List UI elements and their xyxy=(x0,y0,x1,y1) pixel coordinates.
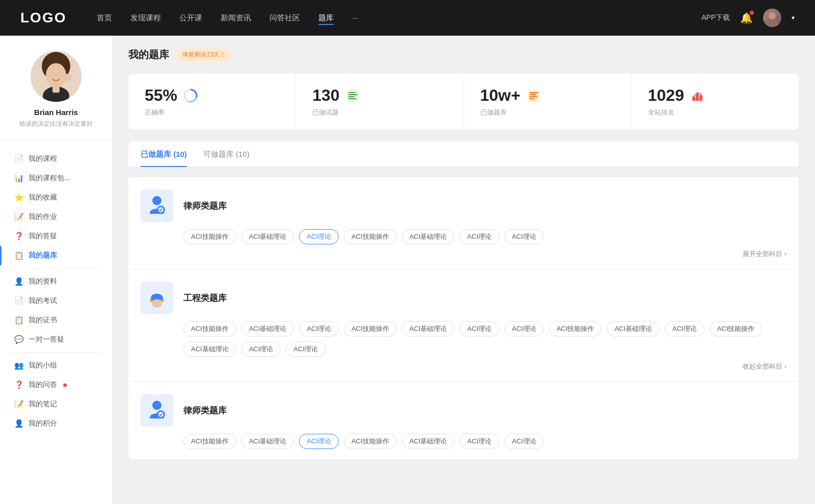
tag[interactable]: ACI理论 xyxy=(459,229,499,244)
sidebar-item-profile[interactable]: 👤 我的资料 xyxy=(0,272,112,291)
sidebar-item-course-package[interactable]: 📊 我的课程包... xyxy=(0,169,112,188)
lawyer-svg-2 xyxy=(146,399,168,422)
stat-ranking: 1029 全站排名 xyxy=(632,74,799,129)
tag[interactable]: ACI技能操作 xyxy=(344,321,397,337)
tag[interactable]: ACI理论 xyxy=(504,434,544,449)
sidebar-item-group[interactable]: 👥 我的小组 xyxy=(0,356,112,375)
tag[interactable]: ACI理论 xyxy=(504,229,544,244)
tag[interactable]: ACI理论 xyxy=(286,342,325,357)
tag[interactable]: ACI技能操作 xyxy=(183,229,236,244)
tag[interactable]: ACI技能操作 xyxy=(183,434,236,449)
stat-banks-label: 已做题库 xyxy=(480,108,615,117)
sidebar-label-one-on-one: 一对一答疑 xyxy=(29,335,64,344)
bank-lawyer-title-1: 律师类题库 xyxy=(183,200,227,212)
sidebar-item-exam[interactable]: 📄 我的考试 xyxy=(0,291,112,311)
stat-accuracy: 55% 正确率 xyxy=(128,74,296,129)
sidebar-item-certificate[interactable]: 📋 我的证书 xyxy=(0,311,112,330)
main-content: 我的题库 体验剩余23天！ 55% 正确率 xyxy=(112,36,815,504)
one-on-one-icon: 💬 xyxy=(14,335,23,344)
course-package-icon: 📊 xyxy=(14,174,23,183)
tag[interactable]: ACI技能操作 xyxy=(710,321,763,337)
svg-rect-6 xyxy=(52,86,60,93)
profile-avatar xyxy=(31,51,82,102)
sidebar-item-my-qa[interactable]: ❓ 我的问答 xyxy=(0,375,112,395)
nav-home[interactable]: 首页 xyxy=(97,11,112,25)
sidebar-item-questions[interactable]: ❓ 我的答疑 xyxy=(0,227,112,246)
sidebar-label-my-qa: 我的问答 xyxy=(29,380,57,389)
tag[interactable]: ACI技能操作 xyxy=(183,321,236,337)
tag[interactable]: ACI基础理论 xyxy=(241,321,294,337)
nav-discover[interactable]: 发现课程 xyxy=(130,11,161,25)
sidebar-profile: Brian Harris 错误的决定比没有决定要好 xyxy=(0,51,112,141)
bank-engineer-toggle[interactable]: 收起全部科目 › xyxy=(141,357,786,371)
tag[interactable]: ACI理论 xyxy=(665,321,704,337)
app-download-button[interactable]: APP下载 xyxy=(701,13,730,22)
nav-qa[interactable]: 问答社区 xyxy=(269,11,300,25)
sidebar-label-profile: 我的资料 xyxy=(29,277,57,286)
sidebar-item-favorites[interactable]: ⭐ 我的收藏 xyxy=(0,188,112,207)
sidebar-item-bank[interactable]: 📋 我的题库 xyxy=(0,246,112,265)
avatar-image xyxy=(763,9,781,27)
sidebar-label-certificate: 我的证书 xyxy=(29,316,57,325)
homework-icon: 📝 xyxy=(14,212,23,221)
notification-bell[interactable]: 🔔 xyxy=(740,12,753,24)
svg-point-27 xyxy=(152,196,161,205)
tag[interactable]: ACI基础理论 xyxy=(607,321,660,337)
svg-point-4 xyxy=(46,63,66,88)
points-icon: 👤 xyxy=(14,419,23,428)
nav-more[interactable]: ··· xyxy=(352,11,359,25)
bank-section: 已做题库 (10) 可做题库 (10) xyxy=(128,142,799,459)
tabs-row: 已做题库 (10) 可做题库 (10) xyxy=(128,142,799,167)
tag[interactable]: ACI理论 xyxy=(504,321,544,337)
profile-slogan: 错误的决定比没有决定要好 xyxy=(19,120,93,128)
stat-done-questions: 130 已做试题 xyxy=(296,74,464,129)
tag[interactable]: ACI基础理论 xyxy=(241,434,294,449)
tag[interactable]: ACI技能操作 xyxy=(344,434,397,449)
bank-item-engineer: 工程类题库 ACI技能操作 ACI基础理论 ACI理论 ACI技能操作 ACI基… xyxy=(128,269,799,382)
sidebar-label-homework: 我的作业 xyxy=(29,212,57,221)
navbar: LOGO 首页 发现课程 公开课 新闻资讯 问答社区 题库 ··· APP下载 … xyxy=(0,0,815,36)
tag-active[interactable]: ACI理论 xyxy=(299,434,339,449)
sidebar-item-course[interactable]: 📄 我的课程 xyxy=(0,149,112,169)
tag[interactable]: ACI技能操作 xyxy=(549,321,602,337)
nav-opencourse[interactable]: 公开课 xyxy=(179,11,202,25)
tag[interactable]: ACI基础理论 xyxy=(402,434,455,449)
tab-available-banks[interactable]: 可做题库 (10) xyxy=(203,142,250,166)
tag[interactable]: ACI基础理论 xyxy=(183,342,236,357)
sidebar-item-one-on-one[interactable]: 💬 一对一答疑 xyxy=(0,330,112,349)
my-qa-icon: ❓ xyxy=(14,380,23,389)
tag[interactable]: ACI理论 xyxy=(299,321,339,337)
sidebar-item-notes[interactable]: 📝 我的笔记 xyxy=(0,395,112,414)
avatar[interactable] xyxy=(763,9,781,27)
nav-news[interactable]: 新闻资讯 xyxy=(221,11,251,25)
tag[interactable]: ACI理论 xyxy=(459,321,499,337)
tag[interactable]: ACI技能操作 xyxy=(344,229,397,244)
bank-lawyer-icon-1 xyxy=(141,189,173,222)
bank-lawyer-icon-2 xyxy=(141,394,173,427)
bank-item-lawyer-2-header: 律师类题库 xyxy=(141,394,786,427)
tag-active[interactable]: ACI理论 xyxy=(299,229,339,244)
avatar-dropdown-arrow[interactable]: ▾ xyxy=(792,14,795,21)
tag[interactable]: ACI理论 xyxy=(459,434,499,449)
tag[interactable]: ACI基础理论 xyxy=(241,229,294,244)
stat-ranking-value: 1029 xyxy=(648,86,684,105)
bank-lawyer-2-tags: ACI技能操作 ACI基础理论 ACI理论 ACI技能操作 ACI基础理论 AC… xyxy=(141,434,786,449)
notes-icon: 📝 xyxy=(14,400,23,409)
bank-lawyer-1-toggle[interactable]: 展开全部科目 › xyxy=(141,244,786,259)
avatar-svg xyxy=(763,9,781,27)
tag[interactable]: ACI基础理论 xyxy=(402,229,455,244)
tag[interactable]: ACI基础理论 xyxy=(402,321,455,337)
svg-point-0 xyxy=(769,12,776,19)
accuracy-chart-icon xyxy=(182,88,199,104)
stat-done-top: 130 xyxy=(312,86,447,105)
tag[interactable]: ACI理论 xyxy=(241,342,281,357)
sidebar-item-homework[interactable]: 📝 我的作业 xyxy=(0,207,112,227)
svg-point-7 xyxy=(63,74,72,81)
sidebar-item-points[interactable]: 👤 我的积分 xyxy=(0,414,112,433)
sidebar-divider-1 xyxy=(10,268,102,269)
nav-bank[interactable]: 题库 xyxy=(318,11,334,25)
tab-done-banks[interactable]: 已做题库 (10) xyxy=(141,142,187,166)
svg-rect-12 xyxy=(348,92,356,93)
group-icon: 👥 xyxy=(14,361,23,370)
page-title: 我的题库 xyxy=(128,48,169,62)
